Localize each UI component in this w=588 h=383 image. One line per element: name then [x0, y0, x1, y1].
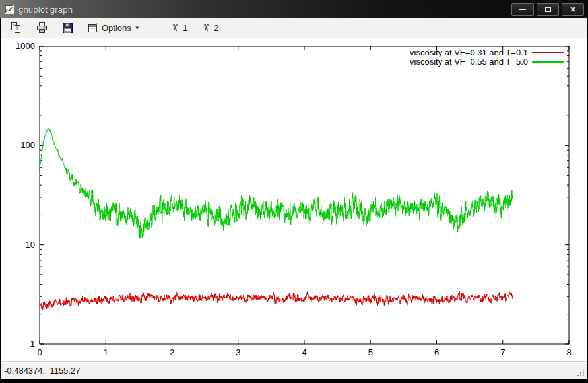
minimize-icon [519, 9, 526, 10]
save-icon [61, 22, 74, 34]
x-tick-label: 8 [566, 347, 571, 357]
maximize-icon [545, 7, 551, 12]
clipboard-1-label: 1 [183, 23, 187, 33]
resize-grip[interactable] [583, 375, 584, 376]
clipboard-2-label: 2 [214, 23, 218, 33]
options-button[interactable]: Options ▼ [84, 20, 143, 36]
close-button[interactable]: ✕ [562, 3, 584, 16]
options-dropdown-icon: ▼ [135, 25, 140, 31]
series-line-1 [40, 128, 513, 238]
x-tick-label: 1 [104, 347, 108, 357]
print-icon [36, 22, 48, 34]
window-controls: ✕ [511, 3, 585, 16]
plot-area[interactable]: 0123456781101001000viscosity at VF=0.31 … [1, 38, 587, 361]
save-button[interactable] [58, 20, 77, 36]
x-tick-label: 0 [37, 347, 42, 357]
close-icon: ✕ [570, 6, 575, 13]
scissors-icon: ✂ [200, 24, 210, 32]
y-tick-label: 10 [26, 240, 35, 250]
clipboard-1-button[interactable]: ✂ 1 [167, 21, 191, 35]
x-tick-label: 2 [170, 347, 174, 357]
print-button[interactable] [32, 20, 51, 36]
copy-icon [10, 22, 22, 34]
options-icon [87, 22, 100, 34]
toolbar: Options ▼ ✂ 1 ✂ 2 [1, 18, 587, 38]
mouse-coordinates: -0.484374, 1155.27 [4, 366, 80, 376]
x-tick-label: 6 [434, 347, 439, 357]
statusbar: -0.484374, 1155.27 [1, 361, 587, 379]
series-line-0 [40, 292, 513, 310]
scissors-icon: ✂ [170, 24, 180, 32]
legend-label: viscosity at VF=0.31 and T=0.1 [410, 48, 528, 57]
legend-label: viscosity at VF=0.55 and T=5.0 [410, 57, 528, 67]
plot-canvas: 0123456781101001000viscosity at VF=0.31 … [1, 38, 587, 361]
x-tick-label: 7 [500, 347, 505, 357]
gnuplot-window: gnuplot graph ✕ [0, 0, 588, 383]
clipboard-2-button[interactable]: ✂ 2 [198, 21, 222, 35]
gnuplot-app-icon [4, 4, 15, 15]
minimize-button[interactable] [511, 3, 534, 16]
options-label: Options [102, 23, 131, 33]
maximize-button[interactable] [537, 3, 559, 16]
copy-button[interactable] [7, 20, 26, 36]
titlebar[interactable]: gnuplot graph ✕ [0, 0, 588, 18]
y-tick-label: 1000 [16, 41, 35, 51]
y-tick-label: 1 [30, 339, 35, 349]
window-title: gnuplot graph [18, 5, 73, 15]
y-tick-label: 100 [20, 140, 35, 150]
x-tick-label: 5 [368, 347, 373, 357]
x-tick-label: 3 [236, 347, 240, 357]
x-tick-label: 4 [302, 347, 306, 357]
